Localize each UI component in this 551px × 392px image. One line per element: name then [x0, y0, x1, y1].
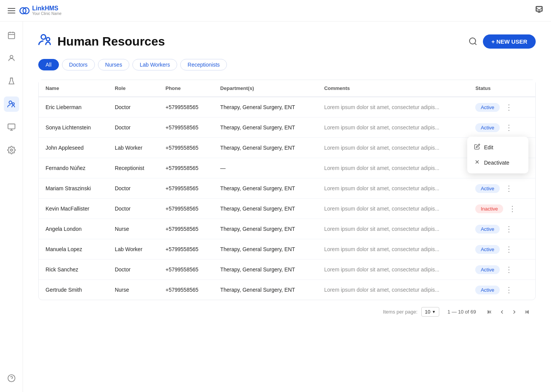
- action-cell: Active ⋮: [475, 103, 528, 112]
- status-badge: Active: [475, 123, 499, 132]
- status-badge: Active: [475, 245, 499, 254]
- last-page-icon: [523, 309, 530, 315]
- topbar: LinkHMS Your Clinic Name: [0, 0, 551, 21]
- sidebar-item-settings[interactable]: [4, 142, 19, 158]
- sidebar-item-monitor[interactable]: [4, 119, 19, 135]
- deactivate-icon: [474, 159, 480, 167]
- row-actions-button[interactable]: ⋮: [503, 103, 515, 112]
- cell-departments: Therapy, General Surgery, ENT: [214, 199, 318, 219]
- row-actions-button[interactable]: ⋮: [503, 184, 515, 193]
- prev-page-button[interactable]: [497, 308, 507, 316]
- first-page-button[interactable]: [484, 308, 495, 316]
- cell-phone: +5799558565: [158, 158, 213, 178]
- sidebar-item-hr[interactable]: [4, 96, 19, 112]
- cell-role: Nurse: [108, 280, 159, 300]
- cell-role: Nurse: [108, 219, 159, 239]
- first-page-icon: [487, 309, 493, 315]
- filter-tab-all[interactable]: All: [38, 59, 59, 70]
- svg-point-19: [469, 38, 476, 44]
- items-per-page-select[interactable]: 10 ▼: [421, 307, 439, 317]
- search-icon: [468, 37, 478, 46]
- cell-departments: Therapy, General Surgery, ENT: [214, 280, 318, 300]
- table-row: Mariam Straszinski Doctor +5799558565 Th…: [39, 178, 535, 199]
- last-page-button[interactable]: [521, 308, 532, 316]
- cell-name: Mariam Straszinski: [39, 178, 108, 199]
- next-page-icon: [511, 309, 517, 315]
- row-actions-button[interactable]: ⋮: [503, 285, 515, 294]
- cell-status: Active ⋮: [468, 260, 535, 280]
- cell-name: Gertrude Smith: [39, 280, 108, 300]
- status-badge: Active: [475, 265, 499, 274]
- cell-comments: Lorem ipsum dolor sit amet, consectetur …: [317, 178, 468, 199]
- filter-tab-nurses[interactable]: Nurses: [98, 59, 129, 70]
- cell-phone: +5799558565: [158, 239, 213, 260]
- notification-icon: [535, 5, 543, 14]
- action-cell: Active ⋮: [475, 224, 528, 234]
- main-content: Human Resources + NEW USER All Doctors N…: [23, 21, 551, 392]
- deactivate-label: Deactivate: [484, 160, 509, 166]
- page-title-icon: [38, 33, 52, 50]
- search-button[interactable]: [468, 37, 478, 46]
- row-actions-button[interactable]: ⋮: [503, 123, 515, 132]
- col-comments: Comments: [317, 80, 468, 97]
- row-actions-button[interactable]: ⋮: [503, 224, 515, 234]
- page-title-area: Human Resources: [38, 33, 165, 50]
- cell-comments: Lorem ipsum dolor sit amet, consectetur …: [317, 138, 468, 158]
- cell-role: Lab Worker: [108, 138, 159, 158]
- action-dropdown: Edit Deactivate: [467, 137, 528, 173]
- action-cell: Active ⋮: [475, 184, 528, 193]
- row-actions-button[interactable]: ⋮: [506, 204, 518, 213]
- notification-button[interactable]: [535, 5, 543, 16]
- next-page-button[interactable]: [509, 308, 520, 316]
- cell-departments: Therapy, General Surgery, ENT: [214, 118, 318, 138]
- cell-name: Fernando Núñez: [39, 158, 108, 178]
- logo-sub: Your Clinic Name: [32, 11, 62, 16]
- cell-role: Lab Worker: [108, 239, 159, 260]
- cell-status: Active ⋮: [468, 219, 535, 239]
- cell-phone: +5799558565: [158, 280, 213, 300]
- table-row: Fernando Núñez Receptionist +5799558565 …: [39, 158, 535, 178]
- table-row: John Appleseed Lab Worker +5799558565 Th…: [39, 138, 535, 158]
- filter-tab-receptionists[interactable]: Receptionists: [180, 59, 227, 70]
- svg-point-14: [10, 149, 13, 151]
- deactivate-action[interactable]: Deactivate: [467, 155, 528, 170]
- svg-rect-11: [8, 124, 15, 129]
- filter-tab-doctors[interactable]: Doctors: [62, 59, 95, 70]
- col-name: Name: [39, 80, 108, 97]
- status-badge: Active: [475, 225, 499, 234]
- cell-name: Angela London: [39, 219, 108, 239]
- cell-role: Doctor: [108, 260, 159, 280]
- col-departments: Department(s): [214, 80, 318, 97]
- svg-rect-3: [8, 33, 15, 39]
- users-table: Name Role Phone Department(s) Comments S…: [38, 80, 536, 300]
- col-role: Role: [108, 80, 159, 97]
- cell-comments: Lorem ipsum dolor sit amet, consectetur …: [317, 280, 468, 300]
- status-badge: Inactive: [475, 204, 503, 213]
- cell-name: Manuela Lopez: [39, 239, 108, 260]
- cell-name: John Appleseed: [39, 138, 108, 158]
- table-row: Sonya Lichtenstein Doctor +5799558565 Th…: [39, 118, 535, 138]
- items-per-page-label: Items per page:: [383, 309, 417, 315]
- topbar-right: [535, 5, 543, 16]
- sidebar-item-help[interactable]: [4, 371, 19, 386]
- col-phone: Phone: [158, 80, 213, 97]
- cell-status: Active ⋮ Edit Deactivate: [468, 118, 535, 138]
- new-user-button[interactable]: + NEW USER: [483, 34, 536, 49]
- cell-comments: Lorem ipsum dolor sit amet, consectetur …: [317, 118, 468, 138]
- edit-action[interactable]: Edit: [467, 140, 528, 155]
- filter-tab-lab-workers[interactable]: Lab Workers: [132, 59, 177, 70]
- sidebar-item-users[interactable]: [4, 51, 19, 66]
- sidebar-item-lab[interactable]: [4, 74, 19, 89]
- action-cell: Active ⋮: [475, 245, 528, 254]
- pagination: Items per page: 10 ▼ 1 — 10 of 69: [38, 300, 536, 318]
- row-actions-button[interactable]: ⋮: [503, 265, 515, 274]
- sidebar-item-calendar[interactable]: [4, 28, 19, 43]
- header-actions: + NEW USER: [468, 34, 536, 49]
- cell-departments: Therapy, General Surgery, ENT: [214, 239, 318, 260]
- menu-button[interactable]: [8, 8, 15, 13]
- cell-name: Rick Sanchez: [39, 260, 108, 280]
- cell-departments: —: [214, 158, 318, 178]
- row-actions-button[interactable]: ⋮: [503, 245, 515, 254]
- logo-icon: [19, 5, 30, 16]
- logo: LinkHMS Your Clinic Name: [19, 5, 62, 16]
